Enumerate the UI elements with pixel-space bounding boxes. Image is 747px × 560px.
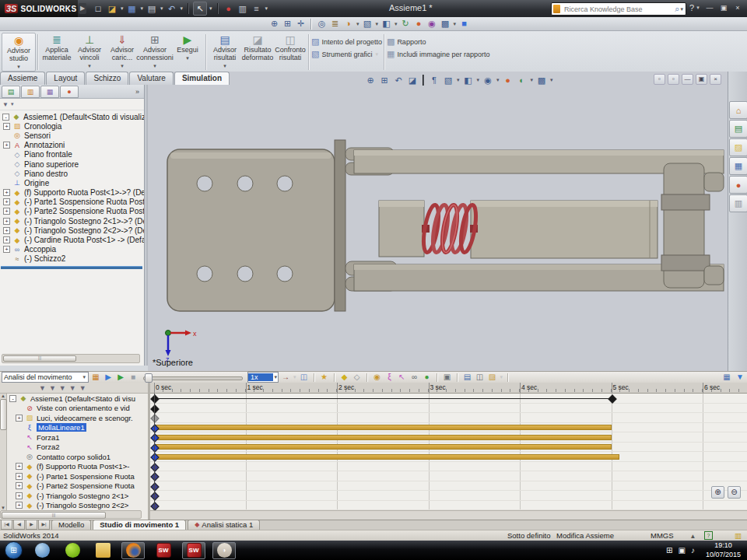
magnified-selection-icon[interactable]: ◎ [316,18,328,30]
edit-appearance-icon[interactable]: ● [413,18,425,30]
timeline-row[interactable] [150,432,747,443]
apply-scene-icon[interactable]: ◐ [516,74,528,86]
snapshot-icon[interactable]: ▣ [442,373,453,383]
scrollbar-thumb[interactable]: ||| [3,355,76,362]
print-icon[interactable]: ▤ [146,2,158,15]
playback-position-slider[interactable] [143,373,243,381]
tab-assieme[interactable]: Assieme [0,72,45,85]
key-diamond-start[interactable] [150,394,159,403]
view-orientation-icon[interactable]: ▧ [442,74,454,86]
advisor-connessioni-button[interactable]: ⊞Advisor connessioni▾ [139,33,171,72]
help-menu[interactable]: ? ▾ [689,3,700,12]
playback-mode-icon[interactable]: → [280,373,291,383]
ribbon-dropdown-icon[interactable]: ▾ [186,55,189,61]
firefox-taskbar-button[interactable] [121,542,145,559]
tree-expand-toggle[interactable]: - [9,395,16,402]
motion-tree-item[interactable]: ◎Contatto corpo solido1 [8,452,148,462]
tree-expand-toggle[interactable]: + [16,415,23,422]
playback-speed-combo[interactable]: 1x ▾ [247,372,279,383]
autokey-icon[interactable]: ◆ [339,373,350,383]
results-plots-icon[interactable]: ▤ [462,373,473,383]
edit-appearance-icon[interactable]: ● [502,74,514,86]
section-view-icon[interactable]: ◪ [406,74,419,86]
hide-show-items-icon[interactable]: ◉ [482,74,494,86]
study-type-dropdown-icon[interactable]: ▾ [82,374,86,380]
appearances-scenes-button[interactable]: ● [729,176,747,194]
solidworks-taskbar-button[interactable]: SW [152,542,175,559]
tree-expand-toggle[interactable]: + [3,208,10,215]
feature-tree-item[interactable]: +◆(-) Cardine Ruota Post<1> -> (Default<… [0,235,144,244]
traffic-light-icon[interactable]: ● [223,2,235,15]
paint-taskbar-button[interactable]: ◑ [212,542,236,559]
timeline-row[interactable] [150,481,747,492]
annotations-visibility-icon[interactable]: ¶ [428,74,440,86]
graphics-viewport[interactable]: ⊕⊞↶◪¶▧▾◧▾◉▾●◐▾▩▾ ▫▫—▣× x z *Superiore [148,72,728,371]
feature-tree-item[interactable]: ⊥Origine [0,178,144,187]
risultato-deformato-button[interactable]: ◪Risultato deformato [241,33,274,72]
feature-tree-item[interactable]: +▨Cronologia [0,121,144,131]
timeline-row[interactable] [150,443,747,453]
file-properties-icon[interactable]: ▥ [237,2,249,15]
restore-document-icon[interactable]: ▣ [696,74,707,85]
next-tab-button[interactable]: ▶ [26,520,37,530]
study-type-select[interactable]: Analisi del movimento ▾ [2,372,89,383]
open-dropdown-icon[interactable]: ▾ [121,5,124,12]
motion-tree-item[interactable]: +◆(-) Triangolo Sostegno 2<1> [8,491,148,501]
display-style-icon[interactable]: ◧ [462,74,475,86]
feature-tree-item[interactable]: ≈(-) Schizzo2 [0,254,144,264]
contact-icon[interactable]: ∞ [409,373,420,383]
model-spring[interactable] [421,204,479,254]
filter-selected-icon[interactable]: ▼ [69,384,76,392]
study-tab-analisi-statica-1[interactable]: ◆Analisi statica 1 [188,520,260,530]
appearances-icon[interactable]: ◑ [342,18,354,30]
feature-tree-item[interactable]: +◆(-) Parte1 Sospensione Ruota Post<1> -… [0,198,144,207]
ribbon-dropdown-icon[interactable]: ▾ [153,63,156,69]
menu-flyout-arrow[interactable]: ▶ [79,3,86,14]
tree-filter-dropdown-icon[interactable]: ▾ [11,101,14,107]
volume-icon[interactable]: ♪ [691,546,695,555]
tree-expand-toggle[interactable]: + [16,492,23,499]
animation-wizard-icon[interactable]: ★ [319,373,330,383]
tree-expand-toggle[interactable]: + [3,198,10,205]
assembly-model[interactable] [148,72,728,371]
motion-tree-item[interactable]: +◆(-) Parte2 Sospensione Ruota [8,481,148,492]
model-shock-left-block[interactable] [379,201,424,257]
motion-tree-item[interactable]: ↖Forza2 [8,443,148,453]
timeline-row[interactable] [150,423,747,433]
search-box[interactable]: ⌕ ▾ [551,2,686,16]
3d-drawing-view-icon[interactable]: ■ [458,18,470,30]
feature-tree-item[interactable]: ◎Sensori [0,131,144,140]
open-icon[interactable]: ◪ [106,2,118,15]
units-label[interactable]: MMGS [651,531,674,540]
tree-expand-toggle[interactable]: + [3,189,10,196]
search-icon[interactable]: ⌕ [675,4,679,14]
tree-expand-toggle[interactable]: + [3,142,10,149]
study-tab-studio-di-movimento-1[interactable]: Studio di movimento 1 [93,520,186,530]
file-explorer-taskbar-button[interactable] [91,542,114,559]
includi-immagine-per-rapporto-button[interactable]: ▦Includi immagine per rapporto [387,49,489,59]
previous-tab-button[interactable]: ◀ [13,520,25,530]
timeline-bar[interactable] [154,454,619,460]
gravity-icon[interactable]: ● [422,373,433,383]
previous-view-icon[interactable]: ↶ [392,74,405,86]
advisor-studio-button[interactable]: ◉Advisor studio▾ [2,33,36,72]
force-icon[interactable]: ↖ [397,373,408,383]
timeline-row[interactable] [150,404,747,414]
slider-thumb[interactable] [145,373,153,383]
filter-results-icon[interactable]: ▼ [79,384,86,392]
timeline-row[interactable] [150,501,747,511]
scrollbar-thumb[interactable] [0,399,7,430]
display-icon[interactable]: ▣ [679,546,686,555]
confronto-risultati-button[interactable]: ◫Confronto risultati [274,33,307,72]
zoom-to-area-icon[interactable]: ⊞ [378,74,391,86]
motion-study-properties-icon[interactable]: ▦ [721,373,732,383]
tree-expand-toggle[interactable]: + [16,473,23,480]
feature-tree-item[interactable]: +∞Accoppia [0,245,144,254]
displaymanager-tab[interactable]: ● [60,86,79,98]
view-orientation-dropdown-icon[interactable]: ▾ [376,21,379,27]
esegui-button[interactable]: ▶Esegui▾ [171,33,204,72]
model-hinge-post[interactable] [335,140,345,311]
key-diamond[interactable] [150,492,159,500]
motion-library-icon[interactable]: ▨ [487,373,498,383]
slider-track[interactable] [143,376,243,380]
